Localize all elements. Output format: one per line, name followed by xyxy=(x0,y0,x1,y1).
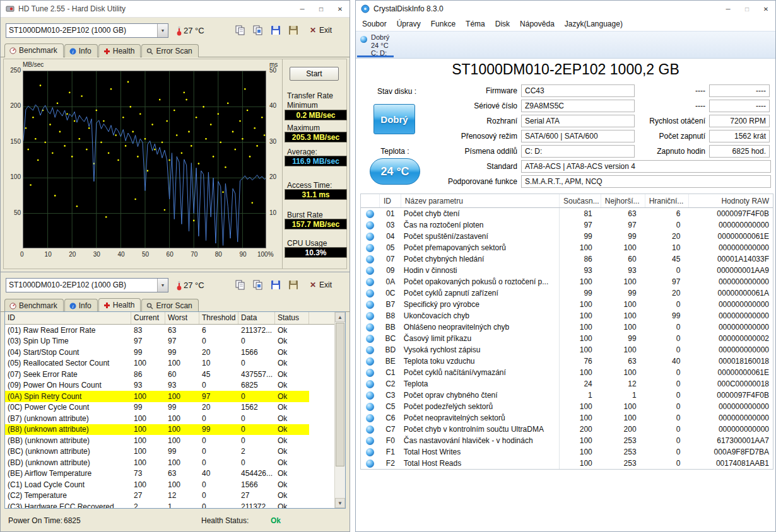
options-icon[interactable] xyxy=(286,23,301,38)
health-column-header[interactable]: Current xyxy=(131,312,165,324)
menu-item-0[interactable]: Soubor xyxy=(357,20,392,28)
menu-item-3[interactable]: Téma xyxy=(461,20,490,28)
dropdown-arrow-icon[interactable]: ▼ xyxy=(157,24,168,37)
scrollbar-thumb[interactable] xyxy=(336,323,344,466)
health-row[interactable]: (B8) (unknown attribute)100100990Ok xyxy=(5,424,309,436)
copy-text-icon[interactable] xyxy=(233,23,248,38)
close-button[interactable]: ✕ xyxy=(331,1,350,17)
health-row[interactable]: (BC) (unknown attribute)1009902Ok xyxy=(5,446,309,458)
smart-row[interactable]: 01Počet chyb čtení816360000097F4F0B xyxy=(361,208,773,219)
close-button[interactable]: ✕ xyxy=(756,1,775,17)
smart-row[interactable]: 0CPočet cyklů zapnutí zařízení9999200000… xyxy=(361,287,773,299)
smart-row[interactable]: B8Ukončovacích chyb10010099000000000000 xyxy=(361,310,773,321)
smart-cell: Total Host Writes xyxy=(401,446,560,458)
drive-selector[interactable]: ST1000DM010-2EP102 (1000 GB) ▼ xyxy=(6,278,168,292)
health-row[interactable]: (BE) Airflow Temperature736340454426...O… xyxy=(5,468,309,480)
health-row[interactable]: (05) Reallocated Sector Count100100100Ok xyxy=(5,358,309,369)
options-icon[interactable] xyxy=(286,277,301,292)
smart-row[interactable]: C2Teplota24120000C00000018 xyxy=(361,378,773,390)
smart-row[interactable]: F0Čas nastavování hlaviček - v hodinách1… xyxy=(361,435,773,446)
smart-column-header[interactable]: Nejhorší... xyxy=(601,194,645,207)
health-row[interactable]: (0A) Spin Retry Count100100970Ok xyxy=(5,391,309,402)
smart-column-header[interactable]: Název parametru xyxy=(401,194,560,207)
scroll-up-icon[interactable]: ▲ xyxy=(335,312,345,322)
menu-item-1[interactable]: Úpravy xyxy=(392,20,426,28)
tab-benchmark[interactable]: Benchmark xyxy=(4,43,64,57)
smart-row[interactable]: 09Hodin v činnosti93930000000001AA9 xyxy=(361,265,773,276)
tab-benchmark[interactable]: Benchmark xyxy=(4,299,64,312)
smart-row[interactable]: C7Počet chyb v kontrolním součtu UltraDM… xyxy=(361,424,773,435)
health-row[interactable]: (01) Raw Read Error Rate83636211372...Ok xyxy=(5,325,309,336)
health-row[interactable]: (07) Seek Error Rate866045437557...Ok xyxy=(5,369,309,380)
smart-row[interactable]: 05Počet přemapovaných sektorů10010010000… xyxy=(361,242,773,253)
save-screenshot-icon[interactable] xyxy=(268,277,283,292)
smart-row[interactable]: BBOhlášeno neopravitelných chyb100100000… xyxy=(361,321,773,333)
health-column-header[interactable]: Threshold xyxy=(199,312,238,324)
menu-item-6[interactable]: Jazyk(Language) xyxy=(560,20,628,28)
start-button[interactable]: Start xyxy=(290,67,339,81)
copy-screenshot-icon[interactable] xyxy=(250,277,266,292)
health-status-button[interactable]: Dobrý xyxy=(373,104,415,134)
smart-row[interactable]: C1Počet cyklů načítání/vymazání100100000… xyxy=(361,367,773,378)
health-row[interactable]: (09) Power On Hours Count939306825Ok xyxy=(5,380,309,391)
health-row[interactable]: (C1) Load Cycle Count10010001566Ok xyxy=(5,479,309,490)
smart-row[interactable]: C6Počet neopravitelných sektorů100100000… xyxy=(361,412,773,424)
tab-health[interactable]: Health xyxy=(98,298,141,312)
tab-health[interactable]: Health xyxy=(98,44,141,57)
smart-row[interactable]: B7Specifický pro výrobce1001000000000000… xyxy=(361,299,773,310)
disk-selector-tab[interactable]: Dobrý 24 °C C: D: xyxy=(356,31,775,59)
smart-row[interactable]: BCČasový limit příkazu100990000000000002 xyxy=(361,333,773,344)
health-row[interactable]: (03) Spin Up Time979700Ok xyxy=(5,336,309,347)
smart-row[interactable]: BETeplota toku vzduchu766340000018160018 xyxy=(361,356,773,367)
scroll-down-icon[interactable]: ▼ xyxy=(335,498,345,508)
health-row[interactable]: (C2) Temperature2712027Ok xyxy=(5,490,309,502)
minimize-button[interactable]: ─ xyxy=(719,1,738,17)
health-row[interactable]: (C3) Hardware ECC Recovered210211372...O… xyxy=(5,501,309,509)
exit-button[interactable]: ✕ Exit xyxy=(310,26,332,35)
menu-item-2[interactable]: Funkce xyxy=(426,20,461,28)
tab-info[interactable]: iInfo xyxy=(64,299,98,312)
smart-row[interactable]: C5Počet podezřelých sektorů1001000000000… xyxy=(361,401,773,412)
tab-error-scan[interactable]: Error Scan xyxy=(141,44,198,57)
health-row[interactable]: (BB) (unknown attribute)10010000Ok xyxy=(5,435,309,446)
health-column-header[interactable]: Worst xyxy=(165,312,199,324)
maximize-button[interactable]: □ xyxy=(738,1,756,17)
info-field-label: ---- xyxy=(641,101,709,110)
smart-row[interactable]: F2Total Host Reads100253000174081AAB1 xyxy=(361,458,773,469)
titlebar[interactable]: CrystalDiskInfo 8.3.0 ─ □ ✕ xyxy=(356,1,775,17)
smart-row[interactable]: BDVysoká rychlost zápisu1001000000000000… xyxy=(361,344,773,356)
health-column-header[interactable]: ID xyxy=(5,312,131,324)
health-row[interactable]: (0C) Power Cycle Count9999201562Ok xyxy=(5,402,309,413)
temperature-button[interactable]: 24 °C xyxy=(370,158,420,185)
smart-row[interactable]: C3Počet oprav chybného čtení1100000097F4… xyxy=(361,390,773,401)
menu-item-4[interactable]: Disk xyxy=(490,20,515,28)
dropdown-arrow-icon[interactable]: ▼ xyxy=(157,279,168,292)
minimize-button[interactable]: ─ xyxy=(293,1,312,17)
health-row[interactable]: (B7) (unknown attribute)10010000Ok xyxy=(5,413,309,424)
tab-error-scan[interactable]: Error Scan xyxy=(141,299,198,312)
maximize-button[interactable]: □ xyxy=(312,1,331,17)
smart-row[interactable]: 0APočet opakovaných pokusů o roztočení p… xyxy=(361,276,773,287)
menu-item-5[interactable]: Nápověda xyxy=(515,20,560,28)
smart-row[interactable]: 03Čas na roztočení ploten979700000000000… xyxy=(361,219,773,231)
drive-selector[interactable]: ST1000DM010-2EP102 (1000 GB) ▼ xyxy=(6,23,168,38)
health-row[interactable]: (BD) (unknown attribute)10010000Ok xyxy=(5,457,309,468)
smart-column-header[interactable]: ID xyxy=(380,194,401,207)
titlebar[interactable]: HD Tune 2.55 - Hard Disk Utility ─ □ ✕ xyxy=(1,1,350,18)
copy-screenshot-icon[interactable] xyxy=(250,23,266,38)
health-column-header[interactable]: Status xyxy=(275,312,309,324)
health-row[interactable]: (04) Start/Stop Count9999201566Ok xyxy=(5,347,309,358)
copy-text-icon[interactable] xyxy=(233,277,248,292)
health-column-header[interactable]: Data xyxy=(238,312,275,324)
health-table-scrollbar[interactable]: ▲ ▼ xyxy=(334,312,345,508)
smart-row[interactable]: 07Počet chybných hledání86604500001A1403… xyxy=(361,253,773,265)
smart-row[interactable]: 04Počet spuštění/zastavení99992000000000… xyxy=(361,231,773,242)
smart-column-header[interactable] xyxy=(361,194,380,207)
exit-button[interactable]: ✕ Exit xyxy=(310,280,332,289)
smart-column-header[interactable]: Hodnoty RAW xyxy=(689,194,773,207)
smart-column-header[interactable]: Současn... xyxy=(560,194,601,207)
smart-row[interactable]: F1Total Host Writes1002530000A9F8FD7BA xyxy=(361,446,773,458)
smart-column-header[interactable]: Hraniční... xyxy=(645,194,690,207)
save-screenshot-icon[interactable] xyxy=(268,23,283,38)
tab-info[interactable]: iInfo xyxy=(64,44,98,57)
